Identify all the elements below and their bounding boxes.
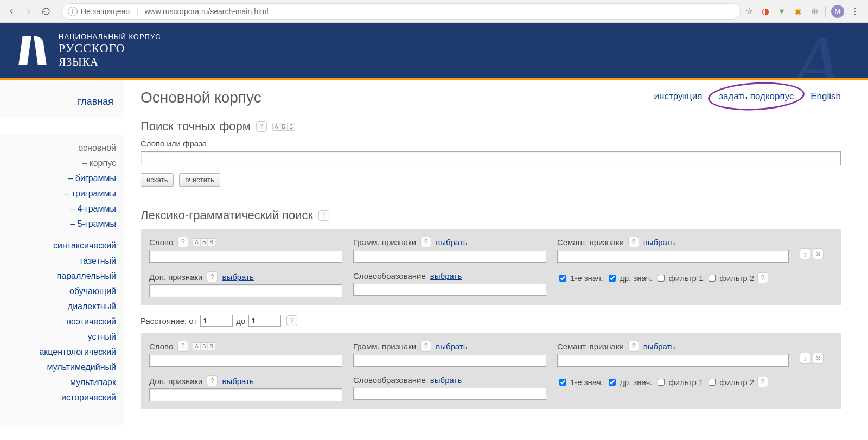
- add-input-2[interactable]: [149, 388, 342, 401]
- sidebar-item-poetic[interactable]: поэтический: [0, 314, 119, 329]
- move-icon[interactable]: ↕: [800, 353, 810, 364]
- sidebar-item-multimedia[interactable]: мультимедийный: [0, 360, 119, 375]
- help-icon[interactable]: ?: [757, 377, 768, 387]
- filter1-checkbox[interactable]: [658, 275, 665, 282]
- word-input-1[interactable]: [149, 250, 342, 263]
- word-label: Слово: [149, 238, 173, 247]
- filter-checks-1: 1-е знач. др. знач. фильтр 1 фильтр 2 ?: [557, 272, 789, 283]
- word-label: Слово: [149, 342, 173, 351]
- reload-button[interactable]: [39, 4, 53, 18]
- site-header: НАЦИОНАЛЬНЫЙ КОРПУС РУССКОГО ЯЗЫКА А: [0, 23, 868, 80]
- help-icon[interactable]: ?: [628, 341, 639, 352]
- keyboard-chip[interactable]: А Б В: [193, 342, 215, 350]
- extension-icon-4[interactable]: ⊕: [809, 6, 820, 17]
- extension-icon-1[interactable]: ◑: [760, 6, 771, 17]
- help-icon[interactable]: ?: [177, 341, 188, 352]
- help-icon[interactable]: ?: [318, 210, 329, 221]
- sem-select-link[interactable]: выбрать: [643, 238, 675, 247]
- sidebar-sub-bigrams[interactable]: – биграммы: [0, 171, 119, 186]
- gram-select-link[interactable]: выбрать: [436, 342, 467, 351]
- help-icon[interactable]: ?: [757, 272, 768, 283]
- sidebar-item-accentological[interactable]: акцентологический: [0, 345, 119, 360]
- gram-input-1[interactable]: [353, 250, 546, 263]
- sidebar: главная основной – корпус – биграммы – т…: [0, 80, 124, 425]
- sidebar-sub-4grams[interactable]: – 4-граммы: [0, 201, 119, 216]
- sidebar-main-corpus[interactable]: основной: [0, 141, 119, 156]
- sem-input-2[interactable]: [557, 354, 789, 367]
- link-english[interactable]: English: [810, 91, 841, 101]
- toolbar-right: ☆ ◑ ▾ ◉ ⊕ М ⋮: [744, 5, 864, 18]
- meaning1-checkbox[interactable]: [559, 379, 566, 386]
- gram-input-2[interactable]: [353, 354, 546, 367]
- help-icon[interactable]: ?: [420, 341, 431, 352]
- help-icon[interactable]: ?: [207, 271, 218, 282]
- security-label: Не защищено: [81, 7, 130, 16]
- sidebar-item-dialect[interactable]: диалектный: [0, 299, 119, 314]
- meaning1-checkbox[interactable]: [559, 275, 566, 282]
- distance-from-label: Расстояние: от: [141, 316, 197, 326]
- back-button[interactable]: [4, 4, 18, 18]
- help-icon[interactable]: ?: [177, 237, 188, 247]
- link-set-subcorpus[interactable]: задать подкорпус: [716, 90, 797, 103]
- clear-button[interactable]: очистить: [179, 173, 220, 187]
- sidebar-item-educational[interactable]: обучающий: [0, 284, 119, 299]
- filter2-checkbox[interactable]: [709, 379, 716, 386]
- sidebar-item-parallel[interactable]: параллельный: [0, 269, 119, 284]
- sidebar-sub-trigrams[interactable]: – триграммы: [0, 186, 119, 201]
- help-icon[interactable]: ?: [628, 237, 639, 247]
- morph-select-link[interactable]: выбрать: [430, 375, 462, 385]
- help-icon[interactable]: ?: [286, 315, 297, 326]
- morph-input-2[interactable]: [353, 387, 546, 400]
- exact-word-label: Слово или фраза: [141, 139, 841, 148]
- distance-to-input[interactable]: [248, 315, 281, 327]
- extension-icon-2[interactable]: ▾: [776, 6, 787, 17]
- help-icon[interactable]: ?: [256, 121, 267, 132]
- add-select-link[interactable]: выбрать: [222, 272, 253, 282]
- morph-select-link[interactable]: выбрать: [430, 271, 462, 280]
- header-decoration: А: [791, 23, 841, 80]
- word-input-2[interactable]: [149, 354, 342, 367]
- extension-icon-3[interactable]: ◉: [793, 6, 803, 17]
- morph-label: Словообразование: [353, 271, 426, 280]
- sidebar-sub-5grams[interactable]: – 5-граммы: [0, 216, 119, 232]
- sidebar-item-oral[interactable]: устный: [0, 329, 119, 345]
- site-info-icon[interactable]: i: [68, 7, 78, 16]
- keyboard-chip[interactable]: А Б В: [272, 123, 295, 131]
- add-select-link[interactable]: выбрать: [222, 377, 253, 386]
- exact-word-input[interactable]: [141, 151, 841, 165]
- sem-input-1[interactable]: [557, 250, 789, 263]
- remove-icon[interactable]: ✕: [813, 353, 824, 364]
- distance-from-input[interactable]: [200, 315, 233, 327]
- lex-title-text: Лексико-грамматический поиск: [141, 208, 313, 222]
- remove-icon[interactable]: ✕: [813, 248, 824, 259]
- sidebar-item-historical[interactable]: исторический: [0, 390, 119, 405]
- lex-word-block-2: Слово ? А Б В Грамм. признаки ? в: [141, 333, 841, 409]
- sidebar-item-newspaper[interactable]: газетный: [0, 253, 119, 269]
- move-icon[interactable]: ↕: [800, 248, 810, 259]
- keyboard-chip[interactable]: А Б В: [193, 238, 215, 246]
- menu-icon[interactable]: ⋮: [850, 6, 860, 17]
- filter-checks-2: 1-е знач. др. знач. фильтр 1 фильтр 2 ?: [557, 377, 789, 387]
- search-button[interactable]: искать: [141, 173, 174, 187]
- url-text: www.ruscorpora.ru/search-main.html: [145, 7, 269, 16]
- meaning-other-checkbox[interactable]: [609, 275, 616, 282]
- meaning-other-checkbox[interactable]: [609, 379, 616, 386]
- forward-button[interactable]: [22, 4, 36, 18]
- morph-input-1[interactable]: [353, 283, 546, 296]
- bookmark-star-icon[interactable]: ☆: [744, 6, 755, 17]
- sem-select-link[interactable]: выбрать: [643, 342, 675, 351]
- link-instruction[interactable]: инструкция: [654, 91, 703, 101]
- filter2-checkbox[interactable]: [709, 275, 716, 282]
- filter1-checkbox[interactable]: [658, 379, 665, 386]
- help-icon[interactable]: ?: [207, 375, 218, 386]
- address-bar[interactable]: i Не защищено | www.ruscorpora.ru/search…: [62, 3, 741, 20]
- help-icon[interactable]: ?: [420, 237, 431, 247]
- header-line-3: ЯЗЫКА: [59, 55, 161, 68]
- sidebar-sub-corpus[interactable]: – корпус: [0, 156, 119, 171]
- gram-select-link[interactable]: выбрать: [436, 238, 467, 247]
- sidebar-home[interactable]: главная: [0, 93, 116, 110]
- add-input-1[interactable]: [149, 284, 342, 297]
- sidebar-item-syntax[interactable]: синтаксический: [0, 238, 119, 253]
- profile-avatar[interactable]: М: [831, 5, 844, 18]
- sidebar-item-multipark[interactable]: мультипарк: [0, 375, 119, 390]
